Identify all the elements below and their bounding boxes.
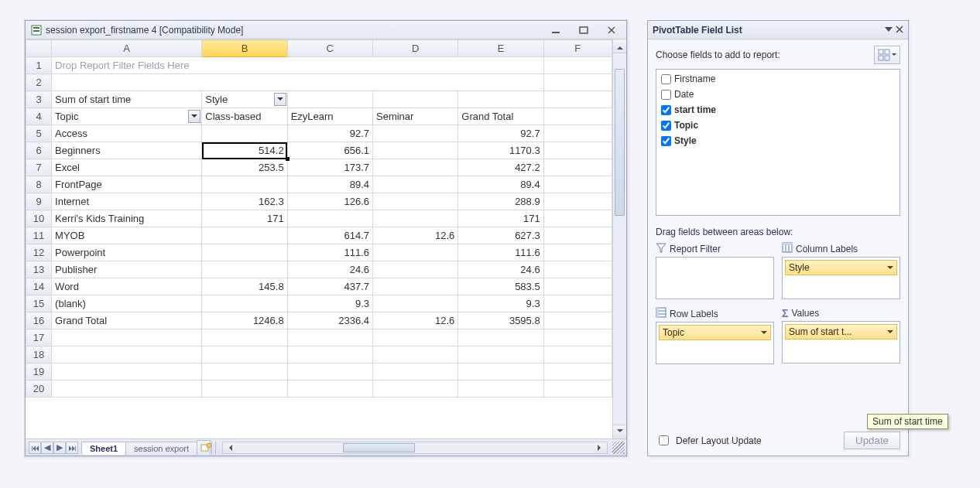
style-header[interactable]: EzyLearn <box>287 108 372 125</box>
value-cell[interactable] <box>372 210 457 227</box>
value-cell[interactable]: 173.7 <box>287 159 372 176</box>
cell[interactable] <box>543 244 612 261</box>
column-field-cell[interactable]: Style <box>202 91 287 108</box>
row-header-16[interactable]: 16 <box>26 312 52 329</box>
cell[interactable] <box>458 346 543 363</box>
cell[interactable] <box>543 193 612 210</box>
field-item[interactable]: Topic <box>660 118 896 133</box>
field-checkbox[interactable] <box>661 136 671 146</box>
cell[interactable] <box>543 74 612 91</box>
value-cell[interactable] <box>202 295 287 312</box>
row-header-13[interactable]: 13 <box>26 261 52 278</box>
field-checkbox[interactable] <box>661 105 671 115</box>
topic-cell[interactable]: FrontPage <box>52 176 202 193</box>
row-total-cell[interactable]: 627.3 <box>458 227 543 244</box>
row-total-cell[interactable]: 583.5 <box>458 278 543 295</box>
topic-cell[interactable]: Excel <box>52 159 202 176</box>
panel-close-icon[interactable] <box>896 25 903 36</box>
restore-button[interactable] <box>577 25 591 36</box>
scroll-down-arrow[interactable] <box>613 425 626 439</box>
row-header-10[interactable]: 10 <box>26 210 52 227</box>
row-header-17[interactable]: 17 <box>26 329 52 346</box>
cell[interactable] <box>287 91 372 108</box>
row-total-cell[interactable]: 89.4 <box>458 176 543 193</box>
cell[interactable] <box>52 74 544 91</box>
topic-cell[interactable]: Internet <box>52 193 202 210</box>
cell[interactable] <box>52 329 202 346</box>
row-total-cell[interactable]: 171 <box>458 210 543 227</box>
value-cell[interactable]: 614.7 <box>287 227 372 244</box>
value-cell[interactable] <box>202 244 287 261</box>
horizontal-scrollbar[interactable] <box>222 442 608 454</box>
workbook-titlebar[interactable]: session export_firstname 4 [Compatibilit… <box>26 21 626 39</box>
scroll-up-arrow[interactable] <box>613 39 626 53</box>
row-header-1[interactable]: 1 <box>26 57 52 74</box>
cell[interactable] <box>458 329 543 346</box>
cell[interactable] <box>287 346 372 363</box>
area-report-filter-box[interactable] <box>656 257 774 299</box>
area-column-labels-box[interactable]: Style <box>782 257 900 299</box>
row-header-9[interactable]: 9 <box>26 193 52 210</box>
row-total-cell[interactable]: 427.2 <box>458 159 543 176</box>
grand-total-header[interactable]: Grand Total <box>458 108 543 125</box>
sheet-tab[interactable]: Sheet1 <box>81 442 126 455</box>
topic-cell[interactable]: Access <box>52 125 202 142</box>
field-checkbox[interactable] <box>661 121 671 131</box>
row-header-2[interactable]: 2 <box>26 74 52 91</box>
cell[interactable] <box>372 329 457 346</box>
cell[interactable] <box>372 381 457 398</box>
row-header-18[interactable]: 18 <box>26 346 52 363</box>
cell[interactable] <box>543 159 612 176</box>
defer-checkbox[interactable] <box>659 435 669 445</box>
cell[interactable] <box>372 91 457 108</box>
horizontal-scroll-thumb[interactable] <box>343 443 415 452</box>
vertical-scroll-thumb[interactable] <box>615 69 625 216</box>
field-layout-button[interactable] <box>874 46 900 64</box>
topic-cell[interactable]: Beginners <box>52 142 202 159</box>
row-header-8[interactable]: 8 <box>26 176 52 193</box>
value-cell[interactable]: 111.6 <box>287 244 372 261</box>
value-cell[interactable]: 656.1 <box>287 142 372 159</box>
value-cell[interactable] <box>372 142 457 159</box>
topic-cell[interactable]: Word <box>52 278 202 295</box>
value-cell[interactable]: 145.8 <box>202 278 287 295</box>
report-filter-dropzone[interactable]: Drop Report Filter Fields Here <box>52 57 544 74</box>
value-cell[interactable] <box>372 193 457 210</box>
panel-menu-icon[interactable] <box>885 25 893 36</box>
value-cell[interactable] <box>202 227 287 244</box>
value-cell[interactable] <box>287 210 372 227</box>
value-cell[interactable] <box>372 244 457 261</box>
spreadsheet-grid[interactable]: ABCDEF1Drop Report Filter Fields Here23 … <box>26 39 612 398</box>
row-header-15[interactable]: 15 <box>26 295 52 312</box>
value-cell[interactable] <box>202 176 287 193</box>
row-header-20[interactable]: 20 <box>26 381 52 398</box>
sheet-nav-next[interactable]: ▶ <box>53 442 66 454</box>
sheet-tab[interactable]: session export <box>125 442 197 455</box>
insert-sheet-tab[interactable] <box>197 440 211 455</box>
value-cell[interactable] <box>372 125 457 142</box>
row-header-12[interactable]: 12 <box>26 244 52 261</box>
pivot-field-list[interactable]: Firstname Date start time Topic Style <box>656 69 900 216</box>
tab-split-handle[interactable] <box>211 442 216 454</box>
row-total-cell[interactable]: 288.9 <box>458 193 543 210</box>
row-header-19[interactable]: 19 <box>26 363 52 381</box>
cell[interactable] <box>458 363 543 381</box>
cell[interactable] <box>543 295 612 312</box>
row-field-cell[interactable]: Topic <box>52 108 202 125</box>
value-cell[interactable]: 162.3 <box>202 193 287 210</box>
cell[interactable] <box>543 329 612 346</box>
value-cell[interactable]: 12.6 <box>372 227 457 244</box>
cell[interactable] <box>543 91 612 108</box>
grand-grand-total-cell[interactable]: 3595.8 <box>458 312 543 329</box>
value-cell[interactable]: 171 <box>202 210 287 227</box>
minimize-button[interactable] <box>549 25 563 36</box>
cell[interactable] <box>202 363 287 381</box>
value-cell[interactable]: 92.7 <box>287 125 372 142</box>
sheet-nav-last[interactable]: ⏭ <box>66 442 78 454</box>
cell[interactable] <box>202 329 287 346</box>
cell[interactable] <box>202 381 287 398</box>
value-cell[interactable]: 24.6 <box>287 261 372 278</box>
cell[interactable] <box>287 363 372 381</box>
cell[interactable] <box>543 278 612 295</box>
topic-cell[interactable]: Powerpoint <box>52 244 202 261</box>
